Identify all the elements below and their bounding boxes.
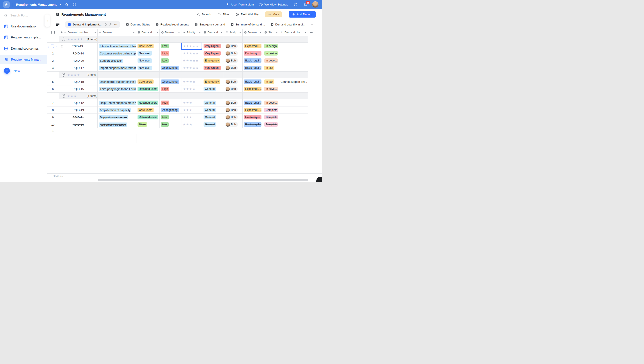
row-number-cell[interactable] [47, 43, 59, 50]
column-dropdown-icon[interactable] [178, 32, 180, 33]
cell-assignee[interactable]: Bob [224, 50, 242, 57]
tab-view-4[interactable]: Emergency demand [194, 23, 225, 26]
user-avatar[interactable] [312, 1, 318, 8]
cell-demand-number[interactable]: RQID-15 [59, 85, 98, 93]
priority-stars[interactable]: ★★★★ [182, 87, 196, 91]
field-visibility-button[interactable]: Field Visibility [236, 13, 258, 16]
cell-demand-number[interactable]: RQID-20 [59, 57, 98, 64]
horizontal-scrollbar[interactable] [98, 179, 308, 181]
cell-demand-user-type[interactable]: Retained users [136, 85, 160, 93]
cell-demand-urgency[interactable]: Emergency [202, 57, 224, 64]
priority-stars[interactable]: ★★★★★ [182, 52, 199, 55]
sidebar-item-1[interactable]: Use documentation [0, 22, 47, 31]
cell-demand-category[interactable]: Basic requi... [242, 78, 263, 85]
cell-demand-channel[interactable] [279, 85, 308, 93]
cell-demand-user-type[interactable]: Core users [136, 107, 160, 114]
cell-demand[interactable]: Support collection [98, 57, 136, 64]
add-row-button[interactable]: + [47, 128, 59, 134]
new-button[interactable]: New [4, 68, 20, 74]
cell-demand-category[interactable]: Basic requi... [242, 57, 263, 64]
notifications-button[interactable]: 23 [303, 3, 307, 7]
priority-stars[interactable]: ★★★★★ [182, 44, 199, 48]
column-dropdown-icon[interactable] [156, 32, 158, 33]
priority-stars[interactable]: ★★★ [182, 123, 192, 126]
column-dropdown-icon[interactable] [276, 32, 278, 33]
cell-demand-channel[interactable] [279, 50, 308, 57]
column-header-select[interactable]: Sta... [263, 29, 279, 36]
cell-demand[interactable]: Amplification of capacity [98, 107, 136, 114]
column-dropdown-icon[interactable] [199, 32, 201, 33]
cell-priority[interactable]: ★★★ [182, 114, 202, 121]
cell-demand-channel[interactable] [279, 64, 308, 72]
cell-priority[interactable]: ★★★★★ [182, 43, 202, 50]
cell-status[interactable]: In devel... [263, 57, 279, 64]
column-header-text[interactable]: Demand [98, 29, 136, 36]
cell-priority[interactable]: ★★★ [182, 107, 202, 114]
help-button[interactable]: ? [293, 2, 298, 8]
cell-demand-level[interactable]: Low [160, 114, 182, 121]
cell-demand[interactable]: Introduction to the use of tem [98, 43, 136, 50]
add-view-button[interactable]: + [311, 22, 313, 27]
cell-status[interactable]: In devel... [263, 85, 279, 93]
cell-demand-level[interactable]: Low [160, 57, 182, 64]
add-record-button[interactable]: Add Record [289, 11, 316, 18]
cell-demand-category[interactable]: Basic requi... [242, 64, 263, 72]
cell-assignee[interactable]: Bob [224, 107, 242, 114]
cell-demand-urgency[interactable]: General [202, 99, 224, 107]
column-dropdown-icon[interactable] [260, 32, 262, 33]
cell-demand-category[interactable]: Expected D... [242, 43, 263, 50]
cell-priority[interactable]: ★★★ [182, 121, 202, 128]
cell-demand-category[interactable]: Basic requi... [242, 99, 263, 107]
user-permissions-button[interactable]: User Permissions [226, 3, 254, 6]
cell-demand-level[interactable]: Zhongzhong [160, 64, 182, 72]
collapse-group-icon[interactable] [62, 94, 65, 98]
cell-demand-urgency[interactable]: Very Urgent [202, 64, 224, 72]
row-dropdown-icon[interactable] [55, 46, 57, 47]
cell-demand-level[interactable]: Low [160, 43, 182, 50]
sidebar-search[interactable] [4, 14, 44, 17]
cell-priority[interactable]: ★★★ [182, 99, 202, 107]
cell-assignee[interactable]: Bob [224, 85, 242, 93]
cell-demand-category[interactable]: Expected D... [242, 107, 263, 114]
cell-demand-level[interactable]: Zhongzhong [160, 107, 182, 114]
row-number-cell[interactable]: 4 [47, 64, 59, 72]
cell-assignee[interactable]: Bob [224, 99, 242, 107]
favorite-star-button[interactable] [64, 2, 69, 8]
cell-demand-category[interactable]: Excitatory ... [242, 114, 263, 121]
drag-handle[interactable] [48, 45, 49, 48]
row-number-cell[interactable]: 5 [47, 78, 59, 85]
priority-stars[interactable]: ★★★★★ [182, 66, 199, 70]
cell-demand-user-type[interactable]: New user [136, 50, 160, 57]
priority-stars[interactable]: ★★★ [182, 108, 192, 112]
cell-demand-urgency[interactable]: Very Urgent [202, 43, 224, 50]
cell-demand-channel[interactable] [279, 99, 308, 107]
cell-assignee[interactable]: Bob [224, 57, 242, 64]
row-number-cell[interactable]: 7 [47, 99, 59, 107]
cell-status[interactable]: Complete [263, 114, 279, 121]
cell-demand-channel[interactable]: Cannot support onl... [279, 78, 308, 85]
collapse-group-icon[interactable] [62, 73, 65, 77]
cell-priority[interactable]: ★★★★★ [182, 64, 202, 72]
cell-demand-number[interactable]: RQID-18 [59, 78, 98, 85]
select-all-checkbox[interactable] [51, 31, 54, 34]
cell-demand[interactable]: Third-party login to the Forum [98, 85, 136, 93]
column-dropdown-icon[interactable] [239, 32, 241, 33]
column-header-select[interactable]: Deman... [242, 29, 263, 36]
cell-assignee[interactable]: Bob [224, 121, 242, 128]
cell-demand-urgency[interactable]: General [202, 121, 224, 128]
column-header-select[interactable]: Demand... [160, 29, 182, 36]
cell-demand-user-type[interactable]: Core users [136, 43, 160, 50]
cell-demand-urgency[interactable]: General [202, 114, 224, 121]
cell-demand-channel[interactable] [279, 121, 308, 128]
priority-stars[interactable]: ★★★ [182, 116, 192, 119]
cell-demand[interactable]: Add other field types [98, 121, 136, 128]
cell-demand-level[interactable]: High [160, 99, 182, 107]
cell-demand-user-type[interactable]: New user [136, 57, 160, 64]
cell-demand-user-type[interactable]: Retained users [136, 99, 160, 107]
cell-status[interactable]: In test [263, 64, 279, 72]
cell-demand-channel[interactable] [279, 43, 308, 50]
sidebar-item-2[interactable]: Requirements imple... [0, 33, 47, 42]
cell-demand-user-type[interactable]: Other [136, 121, 160, 128]
cell-demand-user-type[interactable]: Core users [136, 78, 160, 85]
cell-demand-user-type[interactable]: New user [136, 64, 160, 72]
